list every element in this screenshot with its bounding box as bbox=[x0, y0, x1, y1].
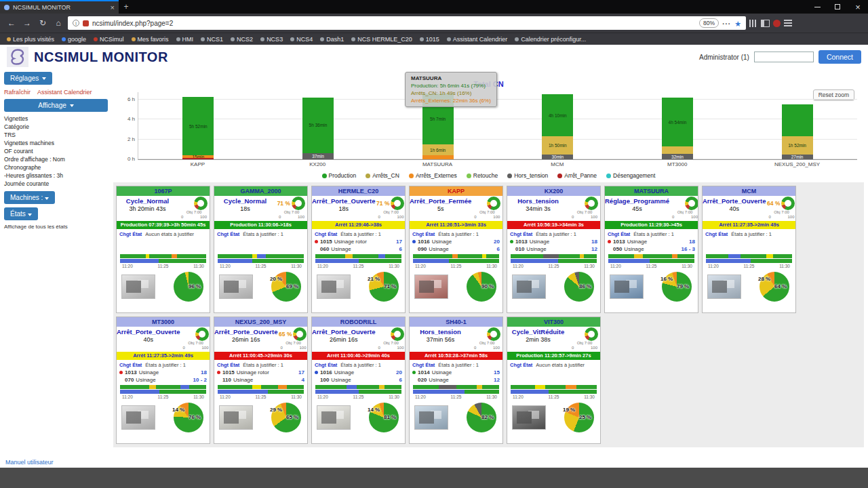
chgt-etat-link[interactable]: Chgt État bbox=[510, 231, 532, 237]
job-row[interactable]: 070Usinage10 - 2 bbox=[119, 376, 207, 384]
bookmark-item[interactable]: Assistant Calendrier bbox=[447, 36, 508, 43]
job-row[interactable]: 060Usinage6 bbox=[315, 245, 402, 253]
display-option[interactable]: Chronographe bbox=[4, 163, 108, 171]
affichage-button[interactable]: Affichage bbox=[4, 99, 108, 112]
job-row[interactable]: 1016Usinage20 bbox=[315, 369, 402, 376]
job-row[interactable]: 020Usinage12 bbox=[412, 376, 500, 384]
bookmark-star-icon[interactable] bbox=[734, 17, 741, 29]
tab-close-icon[interactable] bbox=[111, 3, 115, 12]
bookmark-item[interactable]: NCSimul bbox=[94, 36, 124, 43]
bookmark-item[interactable]: Calendrier préconfigur... bbox=[515, 36, 586, 43]
chgt-etat-link[interactable]: Chgt État bbox=[119, 231, 142, 237]
manual-link[interactable]: Manuel utilisateur bbox=[5, 459, 54, 466]
bookmark-item[interactable]: HMI bbox=[176, 36, 194, 43]
bookmark-item[interactable]: NCS4 bbox=[290, 36, 313, 43]
legend-item[interactable]: Retouche bbox=[467, 172, 498, 179]
bookmark-item[interactable]: Mes favoris bbox=[132, 36, 169, 43]
zoom-level[interactable]: 80% bbox=[699, 18, 719, 28]
assistant-calendrier-link[interactable]: Assistant Calendrier bbox=[37, 89, 92, 96]
display-option[interactable]: Journée courante bbox=[4, 180, 108, 188]
display-option[interactable]: OF courant bbox=[4, 147, 108, 155]
machine-card[interactable]: GAMMA_2000Cycle_Normal18s71 %Obj 7:00010… bbox=[214, 186, 308, 313]
rafraichir-link[interactable]: Rafraîchir bbox=[4, 89, 31, 96]
bar[interactable]: 27min1h 52min bbox=[782, 104, 813, 159]
machine-card[interactable]: VIT300Cycle_VitRéduite2min 38sObj 7:0001… bbox=[507, 317, 601, 444]
machine-card[interactable]: MT3000Arrêt_Porte_Ouverte40sObj 7:000100… bbox=[116, 317, 210, 444]
close-button[interactable] bbox=[848, 0, 868, 14]
sidebar-toggle-icon[interactable] bbox=[761, 20, 770, 27]
bookmark-item[interactable]: google bbox=[62, 36, 86, 43]
bookmark-item[interactable]: Dash1 bbox=[320, 36, 344, 43]
job-row[interactable]: 110Usinage4 bbox=[217, 376, 304, 384]
connect-button[interactable]: Connect bbox=[818, 50, 861, 64]
bookmark-item[interactable]: NCS1 bbox=[201, 36, 223, 43]
bookmark-item[interactable]: NCS2 bbox=[231, 36, 253, 43]
extension-icon[interactable] bbox=[773, 20, 781, 27]
legend-item[interactable]: Hors_tension bbox=[507, 172, 548, 179]
legend-item[interactable]: Arrêts_CN bbox=[366, 172, 399, 179]
job-row[interactable]: 1014Usinage15 bbox=[412, 369, 500, 376]
machine-card[interactable]: ROBODRILLArrêt_Porte_Ouverte26min 16sObj… bbox=[311, 317, 406, 444]
forward-button[interactable] bbox=[21, 18, 33, 28]
minimize-button[interactable] bbox=[807, 0, 827, 14]
machine-card[interactable]: NEXUS_200_MSYArrêt_Porte_Ouverte26min 16… bbox=[214, 317, 308, 444]
display-option[interactable]: Catégorie bbox=[4, 123, 108, 131]
chgt-etat-link[interactable]: Chgt État bbox=[217, 231, 239, 237]
machine-card[interactable]: MCMArrêt_Porte_Ouverte40s64 %Obj 7:00010… bbox=[702, 186, 796, 313]
chgt-etat-link[interactable]: Chgt État bbox=[315, 231, 337, 237]
reglages-button[interactable]: Réglages bbox=[4, 72, 52, 85]
legend-item[interactable]: Désengagement bbox=[606, 172, 655, 179]
etats-button[interactable]: États bbox=[4, 207, 38, 220]
bar[interactable]: 30min1h 50min4h 10min bbox=[542, 94, 573, 159]
machine-card[interactable]: KX200Hors_tension34min 3sObj 7:000100Arr… bbox=[507, 186, 601, 313]
display-option[interactable]: -Heures glissantes : 3h bbox=[4, 171, 108, 180]
bookmark-item[interactable]: Les plus visités bbox=[7, 36, 54, 43]
job-row[interactable]: 1013Usinage18 bbox=[119, 369, 207, 376]
refresh-button[interactable] bbox=[37, 18, 49, 28]
machine-card[interactable]: HERMLE_C20Arrêt_Porte_Ouverte18s71 %Obj … bbox=[311, 186, 406, 313]
legend-item[interactable]: Arrêts_Externes bbox=[409, 172, 457, 179]
job-row[interactable]: 010Usinage12 bbox=[510, 245, 597, 253]
job-row[interactable]: 1016Usinage20 bbox=[412, 238, 500, 245]
login-input[interactable] bbox=[754, 52, 814, 62]
bookmark-item[interactable]: NCS HERMLE_C20 bbox=[351, 36, 412, 43]
info-icon[interactable] bbox=[73, 20, 79, 26]
bar[interactable]: 15min5h 52min bbox=[182, 97, 214, 159]
display-option[interactable]: Vignettes bbox=[4, 115, 108, 123]
menu-icon[interactable] bbox=[784, 20, 792, 26]
url-bar[interactable]: ncsimul/index.php?page=2 80% bbox=[68, 16, 746, 30]
machine-card[interactable]: SH40-1Hors_tension37min 56sObj 7:000100A… bbox=[409, 317, 503, 444]
job-row[interactable]: 1013Usinage18 bbox=[608, 238, 695, 245]
home-button[interactable] bbox=[52, 18, 64, 28]
back-button[interactable] bbox=[5, 18, 18, 28]
job-row[interactable]: 1015Usinage rotor17 bbox=[217, 369, 304, 376]
bookmark-item[interactable]: NCS3 bbox=[260, 36, 283, 43]
chgt-etat-link[interactable]: Chgt État bbox=[217, 362, 239, 368]
job-row[interactable]: 1015Usinage rotor17 bbox=[315, 238, 402, 245]
machine-card[interactable]: 1067PCycle_Normal3h 20min 43sObj 7:00010… bbox=[116, 186, 210, 313]
browser-tab[interactable]: NCSIMUL MONITOR bbox=[0, 0, 119, 14]
display-option[interactable]: Ordre d'affichage : Nom bbox=[4, 155, 108, 163]
chgt-etat-link[interactable]: Chgt État bbox=[412, 362, 435, 368]
legend-item[interactable]: Arrêt_Panne bbox=[557, 172, 597, 179]
bar[interactable]: 32min4h 54min bbox=[662, 98, 693, 159]
legend-item[interactable]: Production bbox=[322, 172, 357, 179]
job-row[interactable]: 1013Usinage18 bbox=[510, 238, 597, 245]
display-option[interactable]: TRS bbox=[4, 131, 108, 139]
machine-card[interactable]: MATSUURARéglage_Programmé45sObj 7:000100… bbox=[604, 186, 698, 313]
chgt-etat-link[interactable]: Chgt État bbox=[119, 362, 142, 368]
job-row[interactable]: 050Usinage16 - 3 bbox=[608, 245, 695, 253]
job-row[interactable]: 090Usinage6 bbox=[412, 245, 500, 253]
bookmark-item[interactable]: 1015 bbox=[420, 36, 439, 43]
display-option[interactable]: Vignettes machines bbox=[4, 139, 108, 147]
chgt-etat-link[interactable]: Chgt État bbox=[705, 231, 728, 237]
machines-button[interactable]: Machines : bbox=[4, 191, 55, 204]
chgt-etat-link[interactable]: Chgt État bbox=[510, 362, 532, 368]
library-icon[interactable] bbox=[749, 20, 757, 27]
new-tab-button[interactable] bbox=[119, 0, 134, 14]
machine-card[interactable]: KAPPArrêt_Porte_Fermée5sObj 7:000100Arrê… bbox=[409, 186, 503, 313]
bar[interactable]: 37min5h 36min bbox=[302, 98, 334, 159]
chgt-etat-link[interactable]: Chgt État bbox=[608, 231, 630, 237]
maximize-button[interactable] bbox=[827, 0, 848, 14]
job-row[interactable]: 100Usinage6 bbox=[315, 376, 402, 384]
